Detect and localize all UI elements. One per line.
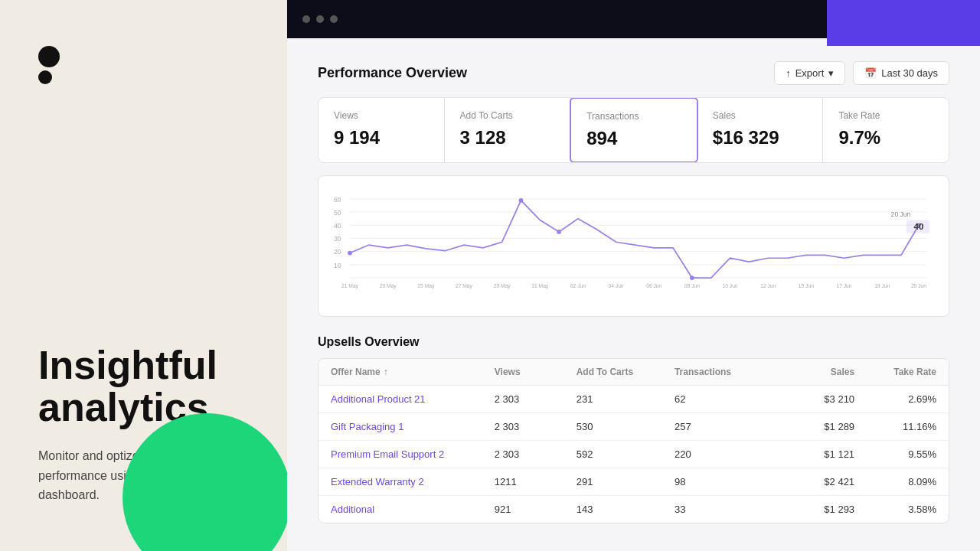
row-carts: 231 <box>577 393 675 405</box>
svg-text:21 May: 21 May <box>341 283 359 289</box>
row-transactions: 98 <box>675 476 773 487</box>
browser-dot-2 <box>316 15 324 23</box>
row-rate: 9.55% <box>854 448 936 460</box>
stat-takerate-label: Take Rate <box>838 110 933 121</box>
stat-transactions[interactable]: Transactions 894 <box>570 97 698 163</box>
row-carts: 592 <box>577 448 675 460</box>
upsells-table: Offer Name ↑ Views Add To Carts Transact… <box>318 358 949 523</box>
stat-views: Views 9 194 <box>318 98 445 162</box>
svg-text:50: 50 <box>334 209 341 217</box>
row-offer-name[interactable]: Extended Warranty 2 <box>331 476 495 487</box>
row-sales: $1 121 <box>773 448 854 460</box>
export-button[interactable]: ↑ Export ▾ <box>774 61 845 85</box>
row-carts: 530 <box>577 421 675 432</box>
row-rate: 8.09% <box>854 476 936 487</box>
row-carts: 143 <box>577 504 675 515</box>
row-carts: 291 <box>577 476 675 487</box>
export-label: Export <box>795 67 825 79</box>
row-offer-name[interactable]: Additional Product 21 <box>331 393 495 405</box>
th-carts: Add To Carts <box>577 367 675 377</box>
svg-text:40: 40 <box>334 222 341 230</box>
export-chevron: ▾ <box>828 67 834 79</box>
date-filter-button[interactable]: 📅 Last 30 days <box>853 61 949 85</box>
upsells-title: Upsells Overview <box>318 335 949 349</box>
logo <box>38 46 249 84</box>
performance-chart: 60 50 40 30 20 10 <box>334 191 933 301</box>
row-views: 2 303 <box>495 448 577 460</box>
stat-transactions-value: 894 <box>586 128 681 149</box>
svg-text:29 May: 29 May <box>494 283 511 289</box>
calendar-icon: 📅 <box>864 67 877 79</box>
row-offer-name[interactable]: Premium Email Support 2 <box>331 448 495 460</box>
svg-point-16 <box>690 276 694 280</box>
row-transactions: 257 <box>675 421 773 432</box>
row-rate: 2.69% <box>854 393 936 405</box>
row-transactions: 62 <box>675 393 773 405</box>
right-panel: Performance Overview ↑ Export ▾ 📅 Last 3… <box>287 0 980 551</box>
table-row: Additional 921 143 33 $1 293 3.58% <box>318 496 949 523</box>
export-icon: ↑ <box>786 67 791 79</box>
th-offer-name[interactable]: Offer Name ↑ <box>331 367 495 377</box>
logo-dot-small <box>38 70 52 84</box>
row-transactions: 220 <box>675 448 773 460</box>
left-panel: Insightful analytics Monitor and optize … <box>0 0 287 551</box>
row-sales: $2 421 <box>773 476 854 487</box>
stat-sales: Sales $16 329 <box>697 98 824 162</box>
svg-point-13 <box>348 251 352 256</box>
svg-point-14 <box>519 198 524 203</box>
row-rate: 11.16% <box>854 421 936 432</box>
performance-title: Performance Overview <box>318 65 467 81</box>
svg-text:08 Jun: 08 Jun <box>684 283 700 289</box>
browser-dot-3 <box>330 15 338 23</box>
table-body: Additional Product 21 2 303 231 62 $3 21… <box>318 386 949 523</box>
performance-header: Performance Overview ↑ Export ▾ 📅 Last 3… <box>318 61 949 85</box>
svg-text:20: 20 <box>334 248 341 256</box>
stat-views-value: 9 194 <box>334 127 429 148</box>
date-label: Last 30 days <box>881 67 938 79</box>
row-sales: $1 293 <box>773 504 854 515</box>
svg-text:31 May: 31 May <box>531 283 549 289</box>
svg-text:17 Jun: 17 Jun <box>836 283 851 289</box>
svg-text:30: 30 <box>334 235 341 243</box>
stat-sales-label: Sales <box>713 110 808 121</box>
svg-text:12 Jun: 12 Jun <box>760 283 776 289</box>
th-transactions: Transactions <box>675 367 773 377</box>
row-offer-name[interactable]: Gift Packaging 1 <box>331 421 495 432</box>
stat-takerate-value: 9.7% <box>838 127 933 148</box>
svg-text:02 Jun: 02 Jun <box>570 283 586 289</box>
row-rate: 3.58% <box>854 504 936 515</box>
row-sales: $3 210 <box>773 393 854 405</box>
row-views: 2 303 <box>495 421 577 432</box>
chart-container: 60 50 40 30 20 10 <box>318 175 949 317</box>
svg-text:23 May: 23 May <box>380 283 397 289</box>
upsells-section: Upsells Overview Offer Name ↑ Views Add … <box>318 335 949 523</box>
svg-text:10 Jun: 10 Jun <box>723 283 738 289</box>
stat-transactions-label: Transactions <box>586 111 681 122</box>
table-row: Extended Warranty 2 1211 291 98 $2 421 8… <box>318 468 949 496</box>
table-row: Additional Product 21 2 303 231 62 $3 21… <box>318 386 949 413</box>
svg-text:10: 10 <box>334 262 341 269</box>
svg-text:19 Jun: 19 Jun <box>874 283 890 289</box>
svg-text:15 Jun: 15 Jun <box>799 283 814 289</box>
table-row: Premium Email Support 2 2 303 592 220 $1… <box>318 441 949 468</box>
stat-views-label: Views <box>334 110 429 121</box>
svg-text:20 Jun: 20 Jun <box>891 210 911 218</box>
th-sales: Sales <box>773 367 854 377</box>
stat-sales-value: $16 329 <box>713 127 808 148</box>
stats-row: Views 9 194 Add To Carts 3 128 Transacti… <box>318 97 949 163</box>
svg-text:60: 60 <box>334 196 341 204</box>
row-views: 1211 <box>495 476 577 487</box>
svg-text:27 May: 27 May <box>456 283 473 289</box>
svg-text:20 Jun: 20 Jun <box>911 283 926 289</box>
svg-text:25 May: 25 May <box>417 283 435 289</box>
th-views: Views <box>495 367 577 377</box>
stat-carts-value: 3 128 <box>460 127 555 148</box>
stat-takerate: Take Rate 9.7% <box>823 98 949 162</box>
stat-carts-label: Add To Carts <box>460 110 555 121</box>
svg-text:06 Jun: 06 Jun <box>646 283 662 289</box>
row-offer-name[interactable]: Additional <box>331 504 495 515</box>
logo-dot-large <box>38 46 60 67</box>
stat-carts: Add To Carts 3 128 <box>445 98 571 162</box>
content-area: Performance Overview ↑ Export ▾ 📅 Last 3… <box>287 38 980 551</box>
svg-point-15 <box>557 230 561 234</box>
